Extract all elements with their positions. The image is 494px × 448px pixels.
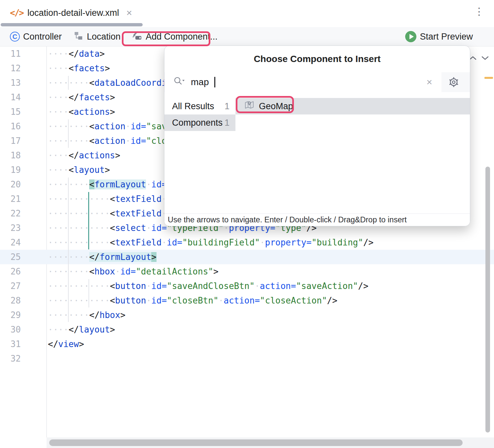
line-number: 25 [0, 252, 21, 262]
code-text: ····</data> [48, 47, 105, 61]
tab-title: location-detail-view.xml [27, 8, 119, 18]
popup-footer-hint: Use the arrows to navigate. Enter / Doub… [164, 213, 470, 226]
line-number: 28 [0, 296, 21, 305]
code-line-31[interactable]: 31</view> [0, 337, 494, 351]
error-stripe-mark[interactable] [484, 77, 493, 79]
tab-label: Components [172, 118, 223, 128]
code-text: ············<button·id="saveAndCloseBtn"… [48, 279, 369, 293]
search-icon [174, 76, 186, 88]
start-preview-button[interactable]: Start Preview [405, 27, 473, 46]
indent-guide [68, 177, 69, 322]
location-label: Location [87, 32, 121, 42]
code-line-30[interactable]: 30····</layout> [0, 322, 494, 337]
code-line-27[interactable]: 27············<button·id="saveAndCloseBt… [0, 279, 494, 293]
xml-file-icon: </> [10, 8, 23, 18]
code-text: ····</facets> [48, 90, 115, 105]
code-text: ········<formLayout·id=" [48, 177, 172, 192]
code-text: ····</layout> [48, 322, 115, 337]
code-text: ····<layout> [48, 163, 110, 177]
line-number: 21 [0, 194, 21, 204]
line-number: 19 [0, 165, 21, 175]
code-line-26[interactable]: 26········<hbox·id="detailActions"> [0, 264, 494, 279]
code-text: ····<actions> [48, 105, 115, 119]
text-caret [214, 77, 215, 87]
controller-button[interactable]: C Controller [10, 32, 62, 42]
editor-tab-bar: </> location-detail-view.xml × ⋮ [0, 0, 494, 27]
close-icon[interactable]: × [126, 8, 132, 18]
code-text: ········<dataLoadCoordi [48, 76, 167, 90]
horizontal-scrollbar-track [47, 437, 494, 448]
gear-icon[interactable] [448, 77, 459, 89]
horizontal-scrollbar[interactable] [49, 439, 463, 446]
line-number: 30 [0, 325, 21, 335]
choose-component-popup: Choose Component to Insert map × [164, 46, 470, 226]
indent-guide [68, 76, 69, 90]
chevron-down-icon[interactable] [481, 55, 489, 62]
code-text: ············<textField· [48, 192, 167, 206]
tab-label: All Results [172, 101, 214, 112]
code-text: </view> [48, 337, 84, 351]
code-text: ········</hbox> [48, 308, 125, 322]
tab-location-detail-view[interactable]: </> location-detail-view.xml × [10, 0, 132, 26]
controller-icon: C [10, 32, 20, 42]
location-hierarchy-icon [74, 31, 84, 43]
line-number: 16 [0, 121, 21, 131]
code-text: ········<action·id="clo [48, 134, 167, 148]
code-line-32[interactable]: 32 [0, 351, 494, 366]
ide-window: </> location-detail-view.xml × ⋮ C Contr… [0, 0, 494, 448]
code-text: ····</actions> [48, 148, 120, 163]
code-text: ····<facets> [48, 61, 110, 76]
search-value: map [191, 77, 209, 87]
line-number: 12 [0, 63, 21, 73]
vertical-scrollbar[interactable] [485, 167, 490, 432]
code-line-24[interactable]: 24············<textField·id="buildingFie… [0, 235, 494, 250]
code-line-25[interactable]: 25········</formLayout> [0, 250, 494, 264]
play-icon [405, 31, 416, 42]
line-number: 23 [0, 223, 21, 233]
line-number: 27 [0, 281, 21, 291]
annotation-box-add-component [122, 31, 210, 46]
tab-count: 1 [225, 118, 229, 128]
popup-search-bar: map × [164, 72, 470, 92]
line-number: 22 [0, 208, 21, 218]
line-number: 26 [0, 267, 21, 276]
code-text: ············<button·id="closeBtn"·action… [48, 293, 337, 308]
line-number: 29 [0, 310, 21, 320]
code-text: ········<hbox·id="detailActions"> [48, 264, 219, 279]
line-number: 15 [0, 107, 21, 117]
code-text: ········<action·id="sav [48, 119, 167, 134]
line-number: 32 [0, 354, 21, 364]
editor-toolbar: C Controller Location [0, 27, 494, 47]
line-number: 31 [0, 339, 21, 349]
search-input[interactable]: map × [165, 72, 441, 92]
code-text: ········</formLayout> [48, 250, 157, 264]
clear-search-icon[interactable]: × [426, 72, 432, 92]
controller-label: Controller [23, 32, 62, 42]
code-line-29[interactable]: 29········</hbox> [0, 308, 494, 322]
line-number: 20 [0, 179, 21, 189]
popup-title: Choose Component to Insert [164, 46, 470, 72]
code-line-28[interactable]: 28············<button·id="closeBtn"·acti… [0, 293, 494, 308]
popup-tab-components[interactable]: Components 1 [164, 114, 235, 131]
line-number: 17 [0, 136, 21, 146]
annotation-box-geomap [236, 96, 294, 113]
indent-guide [68, 119, 69, 148]
code-text: ············<textField· [48, 206, 167, 221]
location-button[interactable]: Location [74, 31, 121, 43]
start-preview-label: Start Preview [420, 32, 473, 42]
line-number: 18 [0, 150, 21, 160]
tab-count: 1 [225, 101, 229, 112]
line-number: 24 [0, 238, 21, 247]
code-text: ············<textField·id="buildingField… [48, 235, 373, 250]
active-indent-guide [88, 192, 89, 249]
popup-tab-all-results[interactable]: All Results 1 [164, 98, 235, 114]
line-number: 11 [0, 49, 21, 59]
popup-results: All Results 1 Components 1 GeoMap [164, 92, 470, 214]
line-number: 13 [0, 78, 21, 88]
active-tab-underline [1, 23, 143, 26]
kebab-menu-icon[interactable]: ⋮ [474, 7, 484, 16]
indent-guide [88, 279, 89, 307]
line-number: 14 [0, 92, 21, 102]
